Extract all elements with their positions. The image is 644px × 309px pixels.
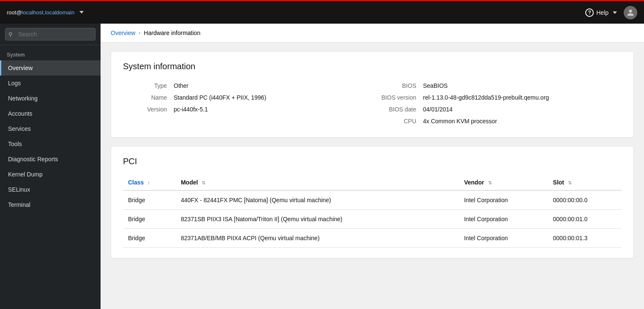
sidebar-item-services[interactable]: Services: [0, 121, 101, 136]
topbar-left: root@localhost.localdomain: [7, 9, 84, 16]
cell-vendor: Intel Corporation: [459, 210, 548, 229]
version-label: Version: [123, 106, 174, 113]
layout: ⚲ System Overview Logs Networking Accoun…: [0, 24, 644, 309]
breadcrumb-current: Hardware information: [144, 30, 200, 36]
cell-model: 82371AB/EB/MB PIIX4 ACPI (Qemu virtual m…: [176, 229, 459, 248]
help-button[interactable]: ? Help: [585, 8, 617, 17]
sort-slot-icon: ⇅: [568, 180, 572, 186]
cell-class: Bridge: [123, 229, 176, 248]
search-input[interactable]: [5, 28, 96, 41]
cpu-value: 4x Common KVM processor: [423, 118, 497, 125]
col-vendor[interactable]: Vendor ⇅: [459, 175, 548, 190]
pci-card: PCI Class ↑ Model ⇅: [111, 146, 634, 258]
sidebar-item-logs[interactable]: Logs: [0, 76, 101, 91]
sidebar-item-diagnostic-reports[interactable]: Diagnostic Reports: [0, 152, 101, 167]
topbar-hostname: root@localhost.localdomain: [7, 9, 74, 16]
bios-version-value: rel-1.13.0-48-gd9c812dda519-prebuilt.qem…: [423, 94, 549, 101]
bios-version-row: BIOS version rel-1.13.0-48-gd9c812dda519…: [372, 92, 622, 103]
sidebar-item-networking[interactable]: Networking: [0, 91, 101, 106]
cpu-row: CPU 4x Common KVM processor: [372, 115, 622, 127]
col-vendor-label: Vendor: [464, 179, 484, 186]
bios-date-row: BIOS date 04/01/2014: [372, 103, 622, 115]
bios-value: SeaBIOS: [423, 82, 448, 89]
system-info-card: System information Type Other Name Stand…: [111, 51, 634, 138]
cell-slot: 0000:00:00.0: [548, 190, 622, 210]
main-content: Overview › Hardware information System i…: [101, 24, 644, 309]
system-info-grid: Type Other Name Standard PC (i440FX + PI…: [123, 80, 622, 127]
cell-slot: 0000:00:01.0: [548, 210, 622, 229]
search-icon: ⚲: [8, 31, 13, 38]
pci-header-row: Class ↑ Model ⇅ Vendor ⇅: [123, 175, 622, 190]
pci-table-header: Class ↑ Model ⇅ Vendor ⇅: [123, 175, 622, 190]
type-label: Type: [123, 82, 174, 89]
breadcrumb: Overview › Hardware information: [101, 24, 644, 43]
avatar[interactable]: [624, 6, 637, 19]
user-avatar-icon: [627, 9, 634, 16]
col-slot-label: Slot: [553, 179, 564, 186]
type-value: Other: [174, 82, 188, 89]
cell-slot: 0000:00:01.3: [548, 229, 622, 248]
type-row: Type Other: [123, 80, 372, 92]
help-label: Help: [596, 9, 609, 16]
col-class[interactable]: Class ↑: [123, 175, 176, 190]
cell-model: 82371SB PIIX3 ISA [Natoma/Triton II] (Qe…: [176, 210, 459, 229]
system-info-left: Type Other Name Standard PC (i440FX + PI…: [123, 80, 372, 127]
name-row: Name Standard PC (i440FX + PIIX, 1996): [123, 92, 372, 103]
bios-version-label: BIOS version: [372, 94, 423, 101]
topbar: root@localhost.localdomain ? Help: [0, 0, 644, 24]
search-wrap: ⚲: [0, 24, 101, 45]
topbar-hostname-link[interactable]: localhost.localdomain: [22, 9, 74, 16]
breadcrumb-separator: ›: [139, 30, 140, 36]
cell-vendor: Intel Corporation: [459, 190, 548, 210]
sidebar-item-overview[interactable]: Overview: [0, 60, 101, 76]
sidebar: ⚲ System Overview Logs Networking Accoun…: [0, 24, 101, 309]
nav-group-system: System: [0, 45, 101, 60]
bios-date-value: 04/01/2014: [423, 106, 453, 113]
sort-model-icon: ⇅: [202, 180, 205, 186]
sidebar-item-kernel-dump[interactable]: Kernel Dump: [0, 167, 101, 182]
col-model-label: Model: [181, 179, 198, 186]
system-info-title: System information: [123, 62, 622, 71]
sort-asc-icon: ↑: [147, 180, 150, 185]
version-value: pc-i440fx-5.1: [174, 106, 208, 113]
pci-table: Class ↑ Model ⇅ Vendor ⇅: [123, 175, 622, 248]
sidebar-item-accounts[interactable]: Accounts: [0, 106, 101, 121]
bios-date-label: BIOS date: [372, 106, 423, 113]
sidebar-item-selinux[interactable]: SELinux: [0, 182, 101, 197]
name-label: Name: [123, 94, 174, 101]
help-circle-icon: ?: [585, 8, 594, 17]
pci-table-body: Bridge440FX - 82441FX PMC [Natoma] (Qemu…: [123, 190, 622, 248]
system-info-right: BIOS SeaBIOS BIOS version rel-1.13.0-48-…: [372, 80, 622, 127]
bios-label: BIOS: [372, 82, 423, 89]
cpu-label: CPU: [372, 118, 423, 125]
cell-vendor: Intel Corporation: [459, 229, 548, 248]
col-slot[interactable]: Slot ⇅: [548, 175, 622, 190]
hostname-dropdown-icon[interactable]: [79, 11, 84, 14]
sort-vendor-icon: ⇅: [488, 180, 492, 186]
table-row: Bridge440FX - 82441FX PMC [Natoma] (Qemu…: [123, 190, 622, 210]
cell-class: Bridge: [123, 190, 176, 210]
table-row: Bridge82371AB/EB/MB PIIX4 ACPI (Qemu vir…: [123, 229, 622, 248]
sidebar-item-tools[interactable]: Tools: [0, 136, 101, 152]
topbar-user: root@: [7, 9, 22, 16]
col-model[interactable]: Model ⇅: [176, 175, 459, 190]
name-value: Standard PC (i440FX + PIIX, 1996): [174, 94, 266, 101]
version-row: Version pc-i440fx-5.1: [123, 103, 372, 115]
sidebar-item-terminal[interactable]: Terminal: [0, 197, 101, 212]
topbar-right: ? Help: [585, 6, 637, 19]
cell-model: 440FX - 82441FX PMC [Natoma] (Qemu virtu…: [176, 190, 459, 210]
content-area: System information Type Other Name Stand…: [101, 43, 644, 275]
table-row: Bridge82371SB PIIX3 ISA [Natoma/Triton I…: [123, 210, 622, 229]
pci-title: PCI: [123, 157, 622, 166]
col-class-label: Class: [128, 179, 144, 186]
help-dropdown-icon: [613, 11, 617, 14]
cell-class: Bridge: [123, 210, 176, 229]
breadcrumb-overview-link[interactable]: Overview: [111, 30, 135, 36]
bios-row: BIOS SeaBIOS: [372, 80, 622, 92]
